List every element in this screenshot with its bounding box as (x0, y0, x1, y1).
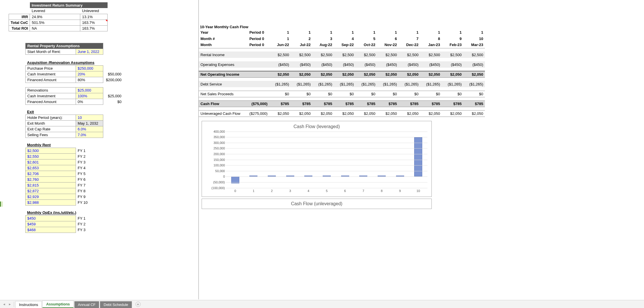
reno-cash-pct[interactable]: 100% (76, 93, 103, 99)
exit-cap[interactable]: 6.0% (76, 126, 103, 132)
selling-fees[interactable]: 7.0% (76, 132, 103, 138)
cf-cell[interactable]: $0 (442, 91, 463, 97)
cf-cell[interactable]: $2,050 (269, 110, 291, 117)
cf-cell[interactable]: ($1,265) (312, 81, 334, 87)
rent-value[interactable]: $2,872 (26, 188, 76, 194)
financed-pct[interactable]: 80% (76, 77, 103, 83)
cash-inv-pct[interactable]: 20% (76, 71, 103, 77)
start-month-value[interactable]: June 1, 2022 (76, 49, 103, 54)
cf-cell[interactable]: ($1,265) (442, 81, 463, 87)
cf-cell[interactable]: ($1,265) (291, 81, 312, 87)
cf-cell[interactable]: $0 (269, 91, 291, 97)
cf-cell[interactable]: ($1,265) (334, 81, 356, 87)
cf-cell[interactable]: ($450) (399, 61, 420, 68)
cf-cell[interactable]: $2,500 (269, 52, 291, 58)
cf-cell[interactable]: $2,500 (291, 52, 312, 58)
cf-cell[interactable]: $785 (399, 100, 420, 107)
rent-value[interactable]: $2,706 (26, 171, 76, 176)
summary-coc-lev[interactable]: 501.5% (30, 20, 80, 25)
exit-month[interactable]: May 1, 2032 (76, 120, 103, 126)
cf-cell[interactable]: $2,050 (334, 110, 356, 117)
cf-cell[interactable] (248, 81, 269, 87)
cf-cell[interactable]: ($1,265) (269, 81, 291, 87)
summary-roi-unlev[interactable]: 163.7% (80, 25, 108, 31)
cf-cell[interactable]: $2,050 (334, 71, 356, 77)
cf-cell[interactable]: $785 (442, 100, 463, 107)
cf-cell[interactable]: $2,500 (442, 52, 463, 58)
cf-cell[interactable]: ($450) (269, 61, 291, 68)
cf-cell[interactable]: $0 (312, 91, 334, 97)
cf-cell[interactable]: $2,050 (377, 110, 399, 117)
cf-cell[interactable]: $785 (377, 100, 399, 107)
cf-cell[interactable]: $2,050 (420, 71, 442, 77)
cf-cell[interactable]: ($275,000) (248, 110, 269, 117)
cf-cell[interactable]: $0 (420, 91, 442, 97)
rent-value[interactable]: $2,500 (26, 148, 76, 153)
cf-cell[interactable]: $785 (312, 100, 334, 107)
rent-value[interactable]: $2,653 (26, 165, 76, 171)
opex-value[interactable]: $459 (26, 221, 76, 227)
cf-cell[interactable]: $2,500 (399, 52, 420, 58)
summary-irr-unlev[interactable]: 13.1% (80, 14, 108, 20)
cf-cell[interactable]: ($1,265) (399, 81, 420, 87)
purchase-price[interactable]: $250,000 (76, 65, 103, 71)
cf-cell[interactable]: ($450) (312, 61, 334, 68)
summary-coc-unlev[interactable]: 163.7% (80, 20, 108, 25)
summary-irr-lev[interactable]: 24.9% (30, 14, 80, 20)
cf-cell[interactable]: $2,050 (442, 71, 463, 77)
cf-cell[interactable]: ($1,265) (420, 81, 442, 87)
cf-cell[interactable]: $2,050 (399, 110, 420, 117)
cf-cell[interactable]: $2,500 (334, 52, 356, 58)
cf-cell[interactable]: $0 (334, 91, 356, 97)
cf-cell[interactable]: $2,050 (463, 110, 485, 117)
opex-value[interactable]: $468 (26, 227, 76, 233)
cf-cell[interactable]: $2,050 (356, 110, 377, 117)
cf-cell[interactable] (248, 61, 269, 68)
cf-cell[interactable]: $2,050 (269, 71, 291, 77)
cf-cell[interactable]: $0 (377, 91, 399, 97)
cf-cell[interactable]: $2,050 (420, 110, 442, 117)
cf-cell[interactable] (248, 71, 269, 77)
cf-cell[interactable]: $2,050 (399, 71, 420, 77)
cf-cell[interactable] (248, 91, 269, 97)
cf-cell[interactable]: $2,500 (420, 52, 442, 58)
cf-cell[interactable]: $2,050 (463, 71, 485, 77)
rent-value[interactable]: $2,550 (26, 153, 76, 159)
cf-cell[interactable]: $785 (420, 100, 442, 107)
cf-cell[interactable]: $785 (356, 100, 377, 107)
cf-cell[interactable]: ($1,265) (463, 81, 485, 87)
rent-value[interactable]: $2,929 (26, 194, 76, 199)
rent-value[interactable]: $2,760 (26, 176, 76, 182)
cf-cell[interactable]: $2,500 (356, 52, 377, 58)
cf-cell[interactable]: $2,500 (377, 52, 399, 58)
cf-cell[interactable]: $2,050 (356, 71, 377, 77)
cf-cell[interactable]: ($450) (420, 61, 442, 68)
cf-cell[interactable]: $2,050 (291, 71, 312, 77)
cf-cell[interactable]: $0 (291, 91, 312, 97)
rent-value[interactable]: $2,988 (26, 199, 76, 205)
cf-cell[interactable]: $0 (356, 91, 377, 97)
cf-cell[interactable]: $2,050 (377, 71, 399, 77)
cf-cell[interactable]: ($75,000) (248, 100, 269, 107)
cf-cell[interactable]: $785 (269, 100, 291, 107)
cf-cell[interactable]: $2,050 (312, 71, 334, 77)
chart-unleveraged-header[interactable]: Cash Flow (unleveraged) (202, 199, 432, 209)
cf-cell[interactable]: $2,500 (312, 52, 334, 58)
cf-cell[interactable]: $785 (463, 100, 485, 107)
cf-cell[interactable]: ($450) (334, 61, 356, 68)
cf-cell[interactable]: $0 (399, 91, 420, 97)
opex-value[interactable]: $450 (26, 215, 76, 221)
cf-cell[interactable]: $2,050 (291, 110, 312, 117)
cf-cell[interactable]: ($1,265) (377, 81, 399, 87)
reno-value[interactable]: $25,000 (76, 87, 103, 93)
cf-cell[interactable]: ($450) (442, 61, 463, 68)
cf-cell[interactable]: $785 (334, 100, 356, 107)
cf-cell[interactable]: $2,050 (442, 110, 463, 117)
cf-cell[interactable]: $2,050 (312, 110, 334, 117)
hold-period[interactable]: 10 (76, 115, 103, 120)
cf-cell[interactable]: ($450) (377, 61, 399, 68)
rent-value[interactable]: $2,601 (26, 159, 76, 165)
rent-value[interactable]: $2,815 (26, 182, 76, 188)
reno-fin-pct[interactable]: 0% (76, 99, 103, 104)
cf-cell[interactable]: $2,500 (463, 52, 485, 58)
